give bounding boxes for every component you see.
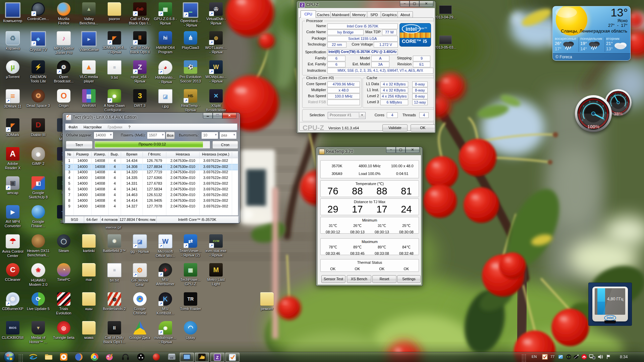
svg-text:2: 2 [583, 105, 585, 108]
svg-text:intel: intel [607, 316, 614, 320]
svg-text:4: 4 [596, 100, 598, 103]
svg-text:3: 3 [589, 100, 591, 103]
svg-text:intel: intel [406, 26, 417, 32]
svg-text:ex: ex [170, 356, 173, 359]
svg-text:Z: Z [216, 355, 219, 360]
svg-text:100%: 100% [587, 124, 599, 129]
svg-text:5: 5 [602, 105, 604, 108]
svg-text:38%: 38% [614, 111, 623, 116]
svg-text:e: e [30, 353, 34, 361]
